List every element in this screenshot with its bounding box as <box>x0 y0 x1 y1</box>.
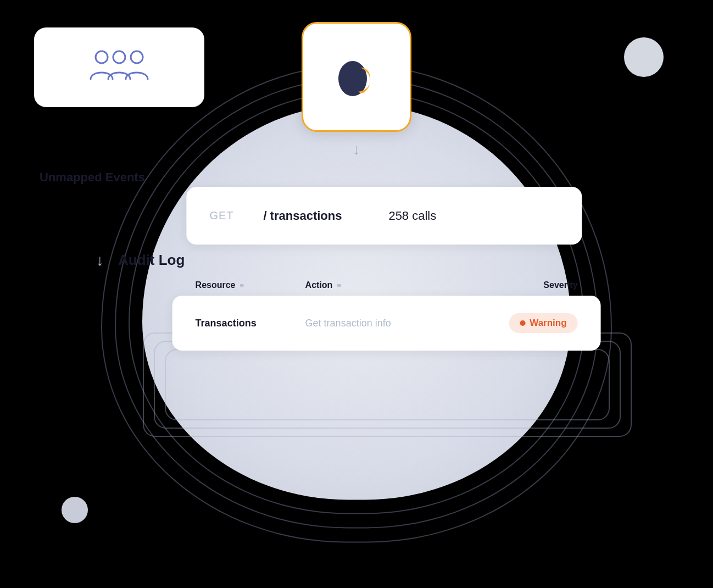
app-logo-icon <box>332 52 381 102</box>
scene: ↓ Unmapped Events GET / transactions 258… <box>0 0 713 588</box>
row-action-value: Get transaction info <box>305 318 490 329</box>
column-resource: Resource ≡ <box>196 280 305 290</box>
arrow-down-2: ↓ <box>96 252 104 269</box>
bottom-ring-1 <box>165 349 610 420</box>
resource-filter-icon[interactable]: ≡ <box>240 281 244 290</box>
decorative-circle-bottom-left <box>62 497 88 523</box>
transactions-card: GET / transactions 258 calls <box>186 187 582 245</box>
action-header-label: Action <box>305 280 333 290</box>
users-icon <box>86 47 152 88</box>
http-method: GET <box>209 209 237 222</box>
audit-log-heading: Audit Log <box>118 252 185 269</box>
endpoint-path: / transactions <box>263 209 362 223</box>
column-severity: Severity <box>490 280 578 290</box>
audit-log-headers: Resource ≡ Action ≡ Severity <box>172 280 601 290</box>
unmapped-events-label: Unmapped Events <box>40 170 145 185</box>
audit-log-section: Resource ≡ Action ≡ Severity Transaction… <box>172 280 601 351</box>
column-action: Action ≡ <box>305 280 490 290</box>
svg-point-2 <box>131 51 143 63</box>
call-count: 258 calls <box>388 209 436 223</box>
arrow-down-1: ↓ <box>353 141 360 158</box>
warning-dot-icon <box>520 320 525 326</box>
users-card <box>34 27 204 107</box>
warning-badge: Warning <box>509 313 577 333</box>
action-filter-icon[interactable]: ≡ <box>337 281 341 290</box>
row-resource-value: Transactions <box>196 318 305 329</box>
severity-header-label: Severity <box>543 280 577 290</box>
audit-log-row: Transactions Get transaction info Warnin… <box>172 296 601 351</box>
decorative-circle-top-right <box>624 37 664 77</box>
resource-header-label: Resource <box>196 280 236 290</box>
svg-point-0 <box>96 51 108 63</box>
row-severity-value: Warning <box>490 313 578 333</box>
warning-label: Warning <box>530 318 566 329</box>
app-logo-card <box>302 22 411 132</box>
svg-point-1 <box>113 51 125 63</box>
